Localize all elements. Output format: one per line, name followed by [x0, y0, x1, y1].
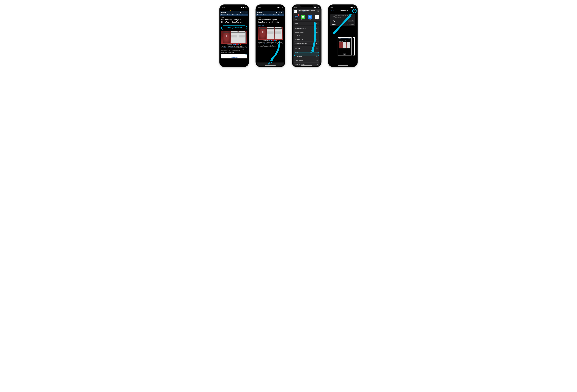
share-action-print[interactable]: Print⎙ [294, 50, 320, 54]
svg-point-1 [296, 16, 297, 17]
share-action-home-screen[interactable]: Add to Home Screen⊞ [294, 41, 320, 45]
youtube-icon[interactable]: ▶ [276, 12, 277, 13]
site-logo[interactable]: 9TO5Mac ⌄ [221, 12, 227, 13]
status-location-icon: ↗ [262, 6, 262, 8]
print-button[interactable]: Print [352, 9, 355, 11]
outlined-link[interactable]: we've outlined before [224, 47, 233, 48]
theme-icon[interactable]: ☀ [245, 12, 246, 13]
article-headline[interactable]: How to factory reset your HomePod or Hom… [257, 19, 283, 23]
page-title: Printer Options [339, 9, 348, 11]
article-byline: Chance Miller - Nov. 23rd 2020 8:45 am P… [257, 24, 283, 26]
wifi-icon: ⌔ [244, 6, 245, 8]
site-logo[interactable]: 9TO5Mac ⌄ [257, 12, 264, 13]
more-icon[interactable]: ⋮ [243, 12, 244, 13]
ad-banner[interactable]: ▷ ✕ Bounce Forward [221, 54, 247, 59]
stepper-minus[interactable]: − [348, 20, 351, 22]
share-action-copy[interactable]: Copy⧉ [294, 22, 320, 26]
share-options-button[interactable]: Options › [303, 11, 306, 12]
comments-button[interactable]: 6 Comments [263, 40, 269, 41]
nav-item[interactable]: iPhone ⌄ [236, 14, 241, 15]
share-button[interactable] [269, 63, 270, 65]
author-link[interactable]: Chance Miller [221, 24, 226, 25]
share-action-reading-list[interactable]: Add to Reading List∞ [294, 26, 320, 30]
nav-item[interactable]: iPhone ⌄ [273, 14, 277, 15]
nav-item[interactable]: Wa [242, 14, 243, 15]
chevron-right-icon: › [341, 16, 342, 18]
article-headline[interactable]: How to factory reset your HomePod or Hom… [221, 19, 247, 23]
share-facebook-icon[interactable] [233, 44, 234, 45]
facebook-icon[interactable]: f [278, 12, 278, 13]
share-action-1password[interactable]: 1Passwordⓘ [294, 54, 320, 58]
nav-more-icon[interactable]: › [283, 14, 284, 15]
url-bar[interactable]: AA 🔒 9to5mac.com ↻ [256, 9, 284, 11]
nav-item[interactable]: Guides ⌄ [227, 14, 231, 15]
share-twitter-icon[interactable] [271, 40, 272, 41]
print-page-preview[interactable]: 9TO5Mac▶ f ⋮ ☀ ⚲ TODAY How to factory re… [338, 37, 352, 56]
nav-item[interactable]: Mac ⌄ [269, 14, 272, 15]
nav-item[interactable]: Exclusives [221, 14, 226, 15]
url-bar[interactable]: 🔒 9to5mac.com [220, 9, 248, 11]
today-label: TODAY [257, 17, 283, 18]
printer-row[interactable]: Printer HP ENVY 5000 series [6A73C0]› [330, 14, 356, 19]
stepper-plus[interactable]: + [351, 20, 354, 22]
share-action-bookmark[interactable]: Add Bookmark▢ [294, 30, 320, 34]
share-action-find[interactable]: Find on Page⚲ [294, 38, 320, 41]
nav-item[interactable]: Wa [278, 14, 280, 15]
reload-icon[interactable]: ↻ [282, 9, 283, 11]
share-linkedin-icon[interactable] [274, 40, 276, 41]
share-app-messages[interactable]: Messages [300, 15, 307, 20]
article-hero-image: Remove HomePodRemove Remove Remove [221, 31, 247, 44]
nav-item[interactable]: Guides ⌄ [263, 14, 268, 15]
share-reddit-icon[interactable] [240, 44, 241, 45]
share-app-airdrop[interactable]: 2 AirDrop [293, 15, 300, 20]
share-action-group: MarkupⒶ Print⎙ 1Passwordⓘ Save as DraftⓌ… [294, 46, 320, 66]
share-pinterest-icon[interactable] [236, 44, 238, 45]
back-button[interactable]: ‹ [259, 64, 259, 65]
nav-item[interactable]: Mac ⌄ [232, 14, 236, 15]
close-button[interactable]: ✕ [317, 10, 320, 12]
print-page-preview-next[interactable] [353, 37, 355, 56]
print-preview[interactable]: 9TO5Mac▶ f ⋮ ☀ ⚲ TODAY How to factory re… [329, 26, 357, 66]
author-link[interactable]: Chance Miller [257, 24, 262, 25]
article-content[interactable]: TODAY How to factory reset your HomePod … [256, 16, 284, 63]
copies-stepper[interactable]: − + [348, 20, 354, 22]
phone-3: 12:19 ↗ ▮▮▮▮⌔▬ How to factory reset your… [292, 5, 321, 67]
share-linkedin-icon[interactable] [238, 44, 239, 45]
search-icon[interactable]: ⚲ [283, 12, 284, 13]
badge-count: 2 [297, 14, 299, 16]
share-action-draft[interactable]: Save as DraftⓌ [294, 58, 320, 62]
share-action-favorites[interactable]: Add to Favorites☆ [294, 34, 320, 38]
share-app-slack[interactable]: Slack [314, 15, 320, 20]
share-action-markup[interactable]: MarkupⒶ [294, 46, 320, 50]
star-icon: ☆ [316, 35, 318, 37]
options-row[interactable]: Options Double-sided [330, 23, 356, 26]
ad-close-icon[interactable]: ▷ ✕ [245, 54, 247, 55]
share-apps-row[interactable]: 2 AirDrop Messages Mail Slack [293, 14, 321, 21]
article-content[interactable]: TODAY How to factory reset your HomePod … [220, 16, 248, 66]
status-location-icon: ↗ [334, 6, 335, 8]
share-reddit-icon[interactable] [276, 40, 277, 41]
twitter-icon[interactable]: 🐦 [237, 24, 238, 25]
comments-button[interactable]: 6 Comments [227, 44, 232, 45]
more-icon[interactable]: ⋮ [279, 12, 280, 13]
forward-button[interactable]: › [264, 64, 264, 65]
facebook-icon[interactable]: f [242, 12, 242, 13]
cancel-button[interactable]: Cancel [330, 9, 334, 11]
share-app-mail[interactable]: Mail [307, 15, 313, 20]
text-size-button[interactable]: AA [258, 9, 259, 11]
share-twitter-icon[interactable] [234, 44, 236, 45]
battery-icon: ▬ [245, 6, 247, 8]
tabs-button[interactable]: ❐ [281, 64, 282, 65]
share-facebook-icon[interactable] [269, 40, 270, 41]
author-handle[interactable]: @ChanceHMiller [257, 25, 264, 26]
bookmarks-button[interactable]: ▢ [275, 64, 276, 65]
printer-settings-list: Printer HP ENVY 5000 series [6A73C0]› 1 … [330, 14, 356, 26]
youtube-icon[interactable]: ▶ [240, 12, 241, 13]
search-icon[interactable]: ⚲ [247, 12, 247, 13]
nav-item[interactable]: Exclusives [257, 14, 262, 15]
share-pinterest-icon[interactable] [272, 40, 274, 41]
theme-icon[interactable]: ☀ [281, 12, 282, 13]
outlined-link[interactable]: we've outlined before [260, 43, 269, 44]
twitter-icon[interactable]: 🐦 [274, 24, 275, 25]
nav-more-icon[interactable]: › [246, 14, 248, 15]
